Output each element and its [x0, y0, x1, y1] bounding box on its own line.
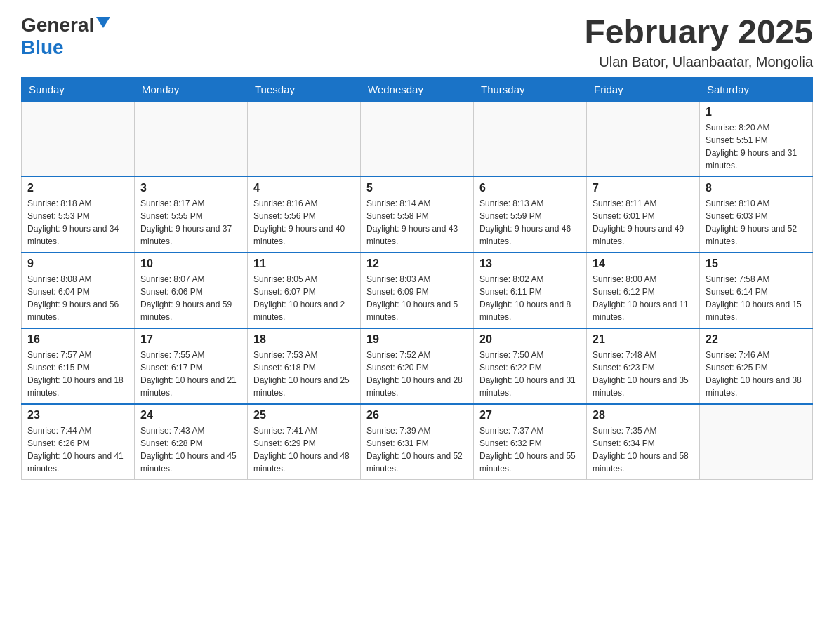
day-info: Sunrise: 7:58 AMSunset: 6:14 PMDaylight:…	[706, 273, 807, 323]
day-info: Sunrise: 8:17 AMSunset: 5:55 PMDaylight:…	[140, 197, 241, 248]
day-number: 16	[27, 333, 128, 346]
calendar-cell: 14Sunrise: 8:00 AMSunset: 6:12 PMDayligh…	[587, 253, 700, 328]
column-header-wednesday: Wednesday	[361, 77, 474, 101]
day-info: Sunrise: 8:02 AMSunset: 6:11 PMDaylight:…	[479, 273, 581, 323]
calendar-week-row: 16Sunrise: 7:57 AMSunset: 6:15 PMDayligh…	[22, 328, 813, 404]
day-number: 18	[253, 333, 355, 346]
day-info: Sunrise: 7:53 AMSunset: 6:18 PMDaylight:…	[253, 349, 355, 399]
calendar-cell: 25Sunrise: 7:41 AMSunset: 6:29 PMDayligh…	[248, 404, 361, 480]
day-info: Sunrise: 7:46 AMSunset: 6:25 PMDaylight:…	[706, 349, 807, 399]
calendar-cell: 27Sunrise: 7:37 AMSunset: 6:32 PMDayligh…	[474, 404, 587, 480]
logo-arrow-icon	[96, 17, 110, 31]
day-info: Sunrise: 7:55 AMSunset: 6:17 PMDaylight:…	[140, 349, 241, 399]
day-number: 19	[366, 333, 468, 346]
day-number: 2	[27, 182, 128, 194]
calendar-cell	[587, 101, 700, 177]
day-info: Sunrise: 7:50 AMSunset: 6:22 PMDaylight:…	[479, 349, 581, 399]
day-number: 22	[706, 333, 807, 346]
day-info: Sunrise: 7:43 AMSunset: 6:28 PMDaylight:…	[140, 424, 241, 475]
day-number: 15	[706, 257, 807, 270]
column-header-monday: Monday	[135, 77, 248, 101]
calendar-cell: 17Sunrise: 7:55 AMSunset: 6:17 PMDayligh…	[135, 328, 248, 404]
day-number: 9	[27, 257, 128, 270]
title-block: February 2025 Ulan Bator, Ulaanbaatar, M…	[584, 14, 813, 70]
day-info: Sunrise: 8:08 AMSunset: 6:04 PMDaylight:…	[27, 273, 128, 323]
logo-blue-text: Blue	[21, 36, 64, 58]
day-number: 20	[479, 333, 581, 346]
calendar-cell	[248, 101, 361, 177]
column-header-saturday: Saturday	[700, 77, 813, 101]
calendar-table: SundayMondayTuesdayWednesdayThursdayFrid…	[21, 77, 813, 480]
calendar-cell: 19Sunrise: 7:52 AMSunset: 6:20 PMDayligh…	[361, 328, 474, 404]
calendar-header-row: SundayMondayTuesdayWednesdayThursdayFrid…	[22, 77, 813, 101]
day-info: Sunrise: 7:41 AMSunset: 6:29 PMDaylight:…	[253, 424, 355, 475]
calendar-cell: 24Sunrise: 7:43 AMSunset: 6:28 PMDayligh…	[135, 404, 248, 480]
calendar-week-row: 2Sunrise: 8:18 AMSunset: 5:53 PMDaylight…	[22, 177, 813, 253]
calendar-cell: 28Sunrise: 7:35 AMSunset: 6:34 PMDayligh…	[587, 404, 700, 480]
calendar-cell: 4Sunrise: 8:16 AMSunset: 5:56 PMDaylight…	[248, 177, 361, 253]
calendar-cell: 18Sunrise: 7:53 AMSunset: 6:18 PMDayligh…	[248, 328, 361, 404]
day-number: 7	[593, 182, 694, 194]
day-number: 12	[366, 257, 468, 270]
svg-marker-0	[96, 17, 110, 28]
day-info: Sunrise: 7:57 AMSunset: 6:15 PMDaylight:…	[27, 349, 128, 399]
column-header-sunday: Sunday	[22, 77, 135, 101]
calendar-subtitle: Ulan Bator, Ulaanbaatar, Mongolia	[584, 54, 813, 70]
logo: General Blue	[21, 14, 110, 59]
calendar-title: February 2025	[584, 14, 813, 51]
calendar-cell: 2Sunrise: 8:18 AMSunset: 5:53 PMDaylight…	[22, 177, 135, 253]
day-number: 27	[479, 409, 581, 422]
day-number: 4	[253, 182, 355, 194]
day-number: 26	[366, 409, 468, 422]
calendar-cell: 26Sunrise: 7:39 AMSunset: 6:31 PMDayligh…	[361, 404, 474, 480]
calendar-cell	[22, 101, 135, 177]
calendar-cell	[361, 101, 474, 177]
day-number: 17	[140, 333, 241, 346]
day-info: Sunrise: 7:48 AMSunset: 6:23 PMDaylight:…	[593, 349, 694, 399]
calendar-cell: 9Sunrise: 8:08 AMSunset: 6:04 PMDaylight…	[22, 253, 135, 328]
day-info: Sunrise: 8:00 AMSunset: 6:12 PMDaylight:…	[593, 273, 694, 323]
calendar-cell: 3Sunrise: 8:17 AMSunset: 5:55 PMDaylight…	[135, 177, 248, 253]
day-info: Sunrise: 7:44 AMSunset: 6:26 PMDaylight:…	[27, 424, 128, 475]
day-info: Sunrise: 8:14 AMSunset: 5:58 PMDaylight:…	[366, 197, 468, 248]
calendar-cell: 6Sunrise: 8:13 AMSunset: 5:59 PMDaylight…	[474, 177, 587, 253]
day-info: Sunrise: 8:07 AMSunset: 6:06 PMDaylight:…	[140, 273, 241, 323]
calendar-cell: 1Sunrise: 8:20 AMSunset: 5:51 PMDaylight…	[700, 101, 813, 177]
day-info: Sunrise: 7:52 AMSunset: 6:20 PMDaylight:…	[366, 349, 468, 399]
day-info: Sunrise: 8:20 AMSunset: 5:51 PMDaylight:…	[706, 121, 807, 172]
calendar-cell	[474, 101, 587, 177]
calendar-cell: 22Sunrise: 7:46 AMSunset: 6:25 PMDayligh…	[700, 328, 813, 404]
day-number: 11	[253, 257, 355, 270]
calendar-cell: 12Sunrise: 8:03 AMSunset: 6:09 PMDayligh…	[361, 253, 474, 328]
calendar-cell: 15Sunrise: 7:58 AMSunset: 6:14 PMDayligh…	[700, 253, 813, 328]
day-number: 13	[479, 257, 581, 270]
day-number: 24	[140, 409, 241, 422]
calendar-cell: 16Sunrise: 7:57 AMSunset: 6:15 PMDayligh…	[22, 328, 135, 404]
calendar-cell: 5Sunrise: 8:14 AMSunset: 5:58 PMDaylight…	[361, 177, 474, 253]
logo-general-text: General	[21, 14, 94, 36]
calendar-cell: 13Sunrise: 8:02 AMSunset: 6:11 PMDayligh…	[474, 253, 587, 328]
calendar-cell: 11Sunrise: 8:05 AMSunset: 6:07 PMDayligh…	[248, 253, 361, 328]
column-header-thursday: Thursday	[474, 77, 587, 101]
calendar-cell: 23Sunrise: 7:44 AMSunset: 6:26 PMDayligh…	[22, 404, 135, 480]
day-info: Sunrise: 8:18 AMSunset: 5:53 PMDaylight:…	[27, 197, 128, 248]
day-number: 5	[366, 182, 468, 194]
day-info: Sunrise: 7:37 AMSunset: 6:32 PMDaylight:…	[479, 424, 581, 475]
calendar-cell	[700, 404, 813, 480]
day-info: Sunrise: 7:39 AMSunset: 6:31 PMDaylight:…	[366, 424, 468, 475]
calendar-week-row: 1Sunrise: 8:20 AMSunset: 5:51 PMDaylight…	[22, 101, 813, 177]
calendar-cell: 21Sunrise: 7:48 AMSunset: 6:23 PMDayligh…	[587, 328, 700, 404]
day-number: 21	[593, 333, 694, 346]
day-number: 1	[706, 106, 807, 119]
day-info: Sunrise: 8:03 AMSunset: 6:09 PMDaylight:…	[366, 273, 468, 323]
day-info: Sunrise: 7:35 AMSunset: 6:34 PMDaylight:…	[593, 424, 694, 475]
calendar-cell	[135, 101, 248, 177]
day-info: Sunrise: 8:16 AMSunset: 5:56 PMDaylight:…	[253, 197, 355, 248]
day-number: 10	[140, 257, 241, 270]
day-number: 3	[140, 182, 241, 194]
day-number: 14	[593, 257, 694, 270]
day-info: Sunrise: 8:11 AMSunset: 6:01 PMDaylight:…	[593, 197, 694, 248]
calendar-week-row: 9Sunrise: 8:08 AMSunset: 6:04 PMDaylight…	[22, 253, 813, 328]
day-info: Sunrise: 8:13 AMSunset: 5:59 PMDaylight:…	[479, 197, 581, 248]
page-header: General Blue February 2025 Ulan Bator, U…	[21, 14, 813, 70]
